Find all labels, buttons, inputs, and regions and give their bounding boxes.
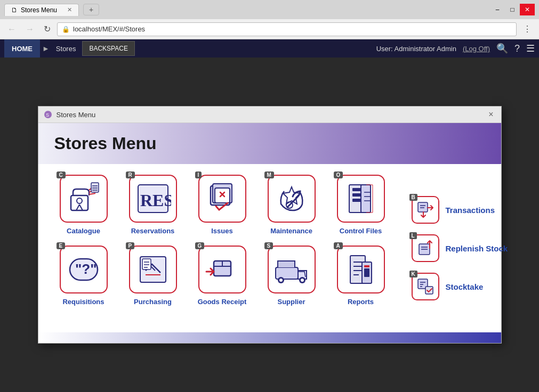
reports-badge: A (334, 242, 343, 249)
url-text: localhost/MEX/#/Stores (73, 25, 145, 33)
purchasing-icon-box: P (129, 246, 177, 293)
window-close-button[interactable]: × (486, 110, 495, 119)
transactions-icon-box: B (412, 196, 439, 224)
menu-item-purchasing[interactable]: P Purchasing (124, 246, 182, 306)
replenish-stock-icon-box: L (412, 234, 439, 262)
catalogue-icon-box: C (60, 175, 108, 223)
svg-rect-9 (215, 188, 230, 203)
stocktake-icon-box: K (412, 273, 439, 300)
svg-rect-19 (142, 259, 151, 270)
menu-grid: C Catalogue (54, 175, 390, 316)
reservations-badge: R (126, 172, 135, 178)
minimize-button[interactable]: – (490, 4, 505, 15)
stores-window: S Stores Menu × Stores Menu C (38, 106, 502, 344)
control-files-icon-box: O (337, 175, 385, 223)
menu-item-control-files[interactable]: O Control Files (332, 175, 390, 235)
maximize-button[interactable]: □ (505, 4, 520, 15)
page-content: S Stores Menu × Stores Menu C (0, 58, 539, 392)
svg-text:"?": "?" (75, 261, 97, 277)
side-item-stocktake[interactable]: K Stocktake (412, 273, 518, 300)
tab-icon: 🗋 (11, 6, 18, 14)
menu-item-issues[interactable]: I Issues (193, 175, 252, 235)
window-header: Stores Menu (38, 123, 501, 164)
svg-rect-14 (352, 199, 361, 202)
goods-receipt-icon-box: G (198, 246, 246, 293)
reports-icon-box: A (337, 246, 385, 293)
side-item-replenish-stock[interactable]: L Replenish Stock (412, 234, 518, 262)
purchasing-badge: P (126, 242, 135, 249)
menu-item-maintenance[interactable]: M Maintenance (262, 175, 321, 235)
svg-rect-4 (91, 183, 99, 192)
menu-item-supplier[interactable]: S (262, 246, 321, 306)
requisitions-icon-box: E "?" (60, 246, 108, 293)
window-footer (38, 332, 501, 343)
goods-receipt-badge: G (195, 242, 205, 249)
help-icon[interactable]: ? (514, 43, 520, 54)
replenish-stock-badge: L (409, 232, 417, 239)
issues-icon-box: I (198, 175, 246, 223)
menu-icon[interactable]: ☰ (526, 43, 535, 54)
toolbar-right: User: Administrator Admin (Log Off) 🔍 ? … (376, 43, 535, 54)
svg-rect-21 (276, 267, 298, 279)
breadcrumb-chevron: ► (42, 44, 50, 53)
new-tab-button[interactable]: + (83, 4, 99, 15)
transactions-label: Transactions (446, 206, 495, 215)
side-menu: B Transactions L (412, 175, 518, 316)
maintenance-icon-box: M (268, 175, 316, 223)
window-title-icon: S (44, 110, 52, 119)
transactions-badge: B (409, 194, 417, 201)
browser-chrome: 🗋 Stores Menu ✕ + – □ ✕ ← → ↻ 🔒 localhos… (0, 0, 539, 39)
window-titlebar-text: Stores Menu (57, 111, 482, 119)
issues-badge: I (195, 172, 202, 178)
menu-item-goods-receipt[interactable]: G Goods Receipt (193, 246, 252, 306)
replenish-stock-label: Replenish Stock (446, 244, 508, 253)
menu-row-1: C Catalogue (54, 175, 390, 235)
refresh-button[interactable]: ↻ (41, 23, 54, 35)
tab-title: Stores Menu (21, 6, 57, 14)
side-item-transactions[interactable]: B Transactions (412, 196, 518, 224)
reservations-label: Reservations (131, 227, 175, 235)
home-button[interactable]: HOME (4, 39, 40, 58)
menu-item-reservations[interactable]: R RES Reservations (124, 175, 182, 235)
user-label: User: Administrator Admin (376, 45, 456, 53)
maintenance-badge: M (264, 172, 274, 178)
svg-point-23 (279, 279, 283, 282)
menu-item-requisitions[interactable]: E "?" Requisitions (54, 246, 113, 306)
close-button[interactable]: ✕ (520, 4, 535, 15)
svg-rect-29 (364, 265, 369, 267)
svg-rect-13 (352, 193, 361, 197)
svg-point-25 (301, 279, 304, 282)
forward-button[interactable]: → (22, 23, 37, 35)
menu-item-catalogue[interactable]: C Catalogue (54, 175, 113, 235)
purchasing-label: Purchasing (134, 298, 172, 306)
stocktake-label: Stocktake (446, 282, 484, 291)
stocktake-badge: K (409, 271, 417, 277)
lock-icon: 🔒 (62, 26, 70, 33)
catalogue-badge: C (57, 172, 66, 178)
control-files-label: Control Files (340, 227, 382, 235)
window-controls: – □ ✕ (490, 4, 535, 15)
logoff-button[interactable]: (Log Off) (463, 45, 490, 53)
browser-tab[interactable]: 🗋 Stores Menu ✕ (4, 4, 79, 16)
window-body: C Catalogue (38, 164, 501, 332)
requisitions-label: Requisitions (62, 298, 104, 306)
tab-close-button[interactable]: ✕ (67, 6, 72, 13)
search-icon[interactable]: 🔍 (496, 43, 508, 54)
backspace-button[interactable]: BACKSPACE (82, 41, 134, 56)
breadcrumb-stores: Stores (52, 43, 81, 55)
svg-rect-30 (418, 202, 428, 212)
address-bar[interactable]: 🔒 localhost/MEX/#/Stores (57, 22, 517, 36)
goods-receipt-label: Goods Receipt (198, 298, 247, 306)
requisitions-badge: E (57, 242, 66, 249)
maintenance-label: Maintenance (270, 227, 312, 235)
issues-label: Issues (211, 227, 232, 235)
svg-text:S: S (46, 112, 49, 118)
window-heading: Stores Menu (54, 134, 485, 153)
browser-menu-button[interactable]: ⋮ (520, 23, 535, 35)
reports-label: Reports (348, 298, 374, 306)
menu-item-reports[interactable]: A Reports (332, 246, 390, 306)
supplier-label: Supplier (277, 298, 305, 306)
back-button[interactable]: ← (4, 23, 19, 35)
svg-text:RES: RES (140, 191, 171, 210)
svg-rect-15 (361, 185, 371, 213)
